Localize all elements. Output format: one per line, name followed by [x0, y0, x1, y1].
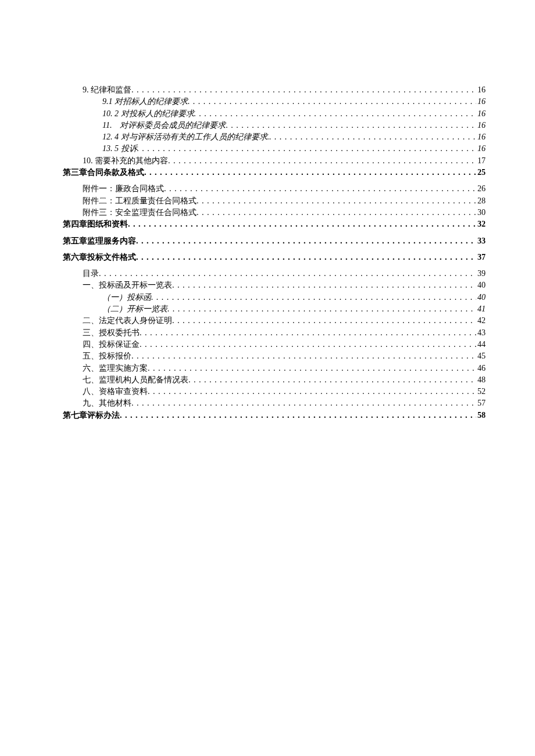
toc-page-number: 32: [476, 218, 486, 230]
toc-page-number: 16: [476, 143, 486, 155]
toc-label: 附件一：廉政合同格式: [83, 183, 164, 195]
toc-label: 12. 4 对与评标活动有关的工作人员的纪律要求.: [102, 131, 269, 143]
toc-entry: 附件一：廉政合同格式26: [63, 183, 486, 195]
toc-leader-dots: [197, 195, 476, 207]
toc-entry: （一）投标函40: [63, 292, 486, 303]
toc-label: 六、监理实施方案: [83, 363, 148, 374]
toc-page-number: 44: [476, 339, 486, 350]
toc-entry: 第六章投标文件格式37: [63, 252, 486, 263]
toc-page-number: 57: [476, 397, 486, 409]
toc-leader-dots: [131, 397, 476, 409]
toc-leader-dots: [137, 143, 477, 155]
toc-page-number: 40: [476, 292, 486, 303]
table-of-contents: 9. 纪律和监督169.1 对招标人的纪律要求1610. 2 对投标人的纪律要求…: [63, 84, 486, 421]
toc-leader-dots: [131, 84, 476, 96]
toc-leader-dots: [136, 235, 476, 247]
toc-page-number: 46: [476, 363, 486, 374]
toc-page-number: 16: [476, 108, 486, 120]
toc-leader-dots: [131, 350, 476, 362]
toc-label: 附件三：安全监理责任合同格式: [83, 207, 197, 218]
toc-label: 附件二：工程质量责任合同格式: [83, 195, 197, 207]
toc-label: 9. 纪律和监督: [83, 84, 131, 96]
toc-label: 10. 需要补充的其他内容: [83, 155, 168, 167]
toc-page-number: 33: [476, 235, 486, 247]
toc-entry: 9. 纪律和监督16: [63, 84, 486, 96]
toc-page-number: 45: [476, 350, 486, 362]
toc-leader-dots: [269, 131, 476, 143]
toc-leader-dots: [164, 183, 476, 195]
toc-entry: 二、法定代表人身份证明42: [63, 315, 486, 327]
toc-label: 13. 5 投诉: [102, 143, 137, 155]
toc-entry: 九、其他材料57: [63, 397, 486, 409]
toc-label: （一）投标函: [102, 292, 151, 303]
toc-leader-dots: [167, 303, 476, 315]
toc-label: （二）开标一览表: [102, 303, 167, 315]
toc-leader-dots: [172, 315, 476, 327]
toc-page-number: 39: [476, 268, 486, 280]
toc-page-number: 52: [476, 386, 486, 397]
toc-label: 9.1 对招标人的纪律要求: [102, 96, 188, 108]
toc-page-number: 16: [476, 84, 486, 96]
toc-label: 一、投标函及开标一览表: [83, 280, 172, 291]
toc-entry: 三、授权委托书43: [63, 327, 486, 339]
toc-leader-dots: [151, 292, 476, 303]
toc-entry: 第五章监理服务内容33: [63, 235, 486, 247]
toc-leader-dots: [226, 120, 476, 131]
toc-page-number: 48: [476, 374, 486, 386]
toc-label: 11. 对评标委员会成员的纪律要求: [102, 120, 226, 131]
toc-label: 第六章投标文件格式: [63, 252, 136, 263]
toc-page-number: 30: [476, 207, 486, 218]
toc-entry: 第三章合同条款及格式25: [63, 167, 486, 178]
toc-page-number: 26: [476, 183, 486, 195]
toc-entry: 七、监理机构人员配备情况表48: [63, 374, 486, 386]
toc-entry: 八、资格审查资料52: [63, 386, 486, 397]
toc-label: 目录: [83, 268, 99, 280]
toc-page-number: 16: [476, 96, 486, 108]
toc-page-number: 16: [476, 131, 486, 143]
toc-label: 第五章监理服务内容: [63, 235, 136, 247]
toc-page-number: 16: [476, 120, 486, 131]
toc-page-number: 41: [476, 303, 486, 315]
toc-leader-dots: [136, 252, 476, 263]
toc-entry: 目录39: [63, 268, 486, 280]
toc-label: 第四章图纸和资料: [63, 218, 128, 230]
toc-label: 五、投标报价: [83, 350, 131, 362]
toc-leader-dots: [148, 386, 476, 397]
toc-leader-dots: [99, 268, 476, 280]
toc-page-number: 40: [476, 280, 486, 291]
toc-entry: 五、投标报价45: [63, 350, 486, 362]
toc-entry: 六、监理实施方案46: [63, 363, 486, 374]
toc-page-number: 42: [476, 315, 486, 327]
toc-leader-dots: [128, 218, 476, 230]
toc-leader-dots: [120, 410, 476, 421]
toc-page-number: 58: [476, 410, 486, 421]
toc-leader-dots: [194, 108, 477, 120]
toc-page-number: 17: [476, 155, 486, 167]
toc-label: 九、其他材料: [83, 397, 131, 409]
toc-entry: 10. 2 对投标人的纪律要求16: [63, 108, 486, 120]
toc-entry: 9.1 对招标人的纪律要求16: [63, 96, 486, 108]
toc-page-number: 28: [476, 195, 486, 207]
toc-label: 二、法定代表人身份证明: [83, 315, 172, 327]
toc-entry: 10. 需要补充的其他内容17: [63, 155, 486, 167]
toc-leader-dots: [140, 327, 476, 339]
toc-entry: 第四章图纸和资料32: [63, 218, 486, 230]
toc-label: 八、资格审查资料: [83, 386, 148, 397]
toc-page-number: 25: [476, 167, 486, 178]
toc-leader-dots: [188, 374, 476, 386]
toc-entry: 附件二：工程质量责任合同格式28: [63, 195, 486, 207]
toc-label: 四、投标保证金: [83, 339, 140, 350]
toc-leader-dots: [140, 339, 476, 350]
toc-label: 第七章评标办法: [63, 410, 120, 421]
toc-leader-dots: [172, 280, 476, 291]
toc-entry: 一、投标函及开标一览表40: [63, 280, 486, 291]
toc-page-number: 43: [476, 327, 486, 339]
toc-page-number: 37: [476, 252, 486, 263]
toc-label: 七、监理机构人员配备情况表: [83, 374, 188, 386]
toc-leader-dots: [168, 155, 476, 167]
toc-entry: 附件三：安全监理责任合同格式30: [63, 207, 486, 218]
toc-entry: 12. 4 对与评标活动有关的工作人员的纪律要求.16: [63, 131, 486, 143]
toc-label: 第三章合同条款及格式: [63, 167, 144, 178]
toc-leader-dots: [148, 363, 476, 374]
toc-entry: （二）开标一览表41: [63, 303, 486, 315]
